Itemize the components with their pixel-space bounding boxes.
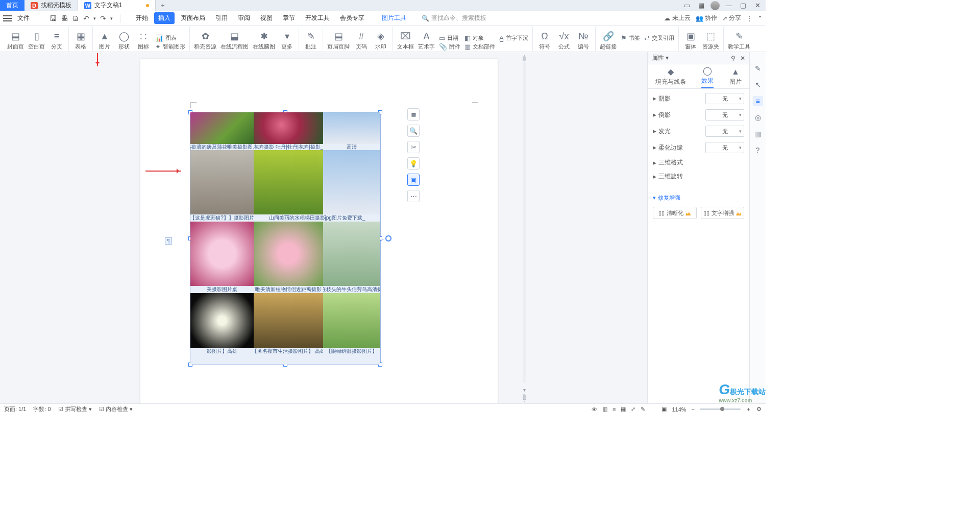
docpart-button[interactable]: ▥文档部件 xyxy=(464,43,495,51)
close-panel-icon[interactable]: ✕ xyxy=(740,55,745,62)
panel-tab-effect[interactable]: ◯效果 xyxy=(701,66,714,88)
zoom-in-button[interactable]: ＋ xyxy=(746,405,751,413)
undo-icon[interactable]: ↶ xyxy=(83,14,89,22)
document-canvas[interactable]: ¶ 热欲滴的唐菖蒲花唯美摄影图片 xyxy=(0,52,647,403)
online-flowchart-button[interactable]: ⬓在线流程图 xyxy=(220,31,249,51)
3d-format-section[interactable]: ▶三维格式 xyxy=(653,158,683,167)
next-page-icon[interactable]: ▿ xyxy=(522,397,527,402)
view-web-icon[interactable]: ≡ xyxy=(612,406,616,413)
sharpen-button[interactable]: ▯▯清晰化 xyxy=(653,207,697,219)
user-avatar[interactable] xyxy=(710,1,720,10)
tab-picture-tools[interactable]: 图片工具 xyxy=(378,12,410,24)
shadow-section[interactable]: ▶阴影 xyxy=(653,94,671,103)
hyperlink-button[interactable]: 🔗超链接 xyxy=(600,31,617,51)
softedge-section[interactable]: ▶柔化边缘 xyxy=(653,143,683,152)
attachment-button[interactable]: 📎附件 xyxy=(439,43,460,51)
online-mindmap-button[interactable]: ✱在线脑图 xyxy=(253,31,275,51)
fit-page-icon[interactable]: ▣ xyxy=(662,406,667,413)
selected-image[interactable]: 热欲滴的唐菖蒲花唯美摄影图片 花卉摄影 牡丹|牡丹|花卉|摄影_ 高清 【【这是… xyxy=(190,112,380,365)
tab-start[interactable]: 开始 xyxy=(132,12,152,24)
number-button[interactable]: №编号 xyxy=(576,31,591,51)
tab-insert[interactable]: 插入 xyxy=(154,12,175,24)
reading-mode-icon[interactable]: 👁 xyxy=(592,406,597,413)
file-menu[interactable]: 文件 xyxy=(17,14,30,22)
rail-help-icon[interactable]: ? xyxy=(753,145,763,155)
comment-button[interactable]: ✎批注 xyxy=(303,31,318,51)
undo-dropdown-icon[interactable]: ▾ xyxy=(93,16,96,21)
equation-button[interactable]: √x公式 xyxy=(556,31,572,51)
spellcheck-toggle[interactable]: ☑拼写检查 ▾ xyxy=(58,405,92,413)
form-button[interactable]: ▣窗体 xyxy=(683,31,698,51)
more-options-button[interactable]: ⋯ xyxy=(407,190,420,202)
rail-properties-icon[interactable]: ≡ xyxy=(753,96,763,106)
shape-button[interactable]: ◯形状 xyxy=(116,31,132,51)
view-fullscreen-icon[interactable]: ⤢ xyxy=(631,406,635,413)
shadow-dropdown[interactable]: 无 xyxy=(705,93,744,104)
glow-section[interactable]: ▶发光 xyxy=(653,127,671,136)
symbol-button[interactable]: Ω符号 xyxy=(537,31,552,51)
enhance-section[interactable]: ▾修复增强 xyxy=(653,194,744,202)
share-button[interactable]: ↗分享 xyxy=(722,14,741,22)
wordart-button[interactable]: A艺术字 xyxy=(418,31,435,51)
search-box[interactable]: 🔍 查找命令、搜索模板 xyxy=(422,14,486,22)
page-indicator[interactable]: 页面: 1/1 xyxy=(4,405,26,413)
pin-panel-icon[interactable]: ⚲ xyxy=(731,55,736,62)
tab-references[interactable]: 引用 xyxy=(211,12,232,24)
teaching-tools-button[interactable]: ✎教学工具 xyxy=(728,31,750,51)
paragraph-anchor-icon[interactable]: ¶ xyxy=(165,237,172,245)
save-icon[interactable]: 🖫 xyxy=(50,14,57,22)
rail-select-icon[interactable]: ↖ xyxy=(753,80,763,90)
new-tab-button[interactable]: ＋ xyxy=(156,0,170,11)
tab-dev[interactable]: 开发工具 xyxy=(301,12,334,24)
icon-button[interactable]: ⸬图标 xyxy=(136,31,151,51)
text-enhance-button[interactable]: ▯▯文字增强 xyxy=(701,207,745,219)
contentcheck-toggle[interactable]: ☑内容检查 ▾ xyxy=(99,405,133,413)
header-footer-button[interactable]: ▤页眉页脚 xyxy=(327,31,350,51)
softedge-dropdown[interactable]: 无 xyxy=(705,142,744,153)
panel-tab-fill[interactable]: ◆填充与线条 xyxy=(655,67,686,88)
watermark-button[interactable]: ◈水印 xyxy=(373,31,388,51)
word-count[interactable]: 字数: 0 xyxy=(33,405,51,413)
glow-dropdown[interactable]: 无 xyxy=(705,126,744,137)
apps-grid-icon[interactable]: ▦ xyxy=(696,1,706,11)
dropcap-button[interactable]: A̲首字下沉 xyxy=(499,34,528,42)
zoom-out-button[interactable]: − xyxy=(692,406,695,413)
zoom-button[interactable]: 🔍 xyxy=(407,125,420,137)
settings-corner-icon[interactable]: ⚙ xyxy=(756,406,762,413)
reflection-section[interactable]: ▶倒影 xyxy=(653,111,671,119)
focus-mode-icon[interactable]: ✎ xyxy=(641,406,645,413)
image-properties-button[interactable]: ▣ xyxy=(407,174,420,186)
tab-chapter[interactable]: 章节 xyxy=(279,12,299,24)
layout-toggle-icon[interactable]: ▭ xyxy=(682,1,692,11)
reflection-dropdown[interactable]: 无 xyxy=(705,109,744,120)
scroll-down-icon[interactable]: ▾ xyxy=(522,387,527,392)
redo-dropdown-icon[interactable]: ▾ xyxy=(110,16,113,21)
object-button[interactable]: ◧对象 xyxy=(464,34,495,42)
panel-tab-picture[interactable]: ▲图片 xyxy=(729,67,742,88)
close-button[interactable]: ✕ xyxy=(752,1,763,11)
crop-button[interactable]: ✂ xyxy=(407,141,420,153)
maximize-button[interactable]: ▢ xyxy=(738,1,748,11)
table-button[interactable]: ▦表格 xyxy=(73,31,88,51)
print-preview-icon[interactable]: 🗎 xyxy=(72,14,79,22)
page-break-button[interactable]: ≡分页 xyxy=(49,31,64,51)
redo-icon[interactable]: ↷ xyxy=(100,14,106,22)
zoom-level[interactable]: 114% xyxy=(672,406,686,413)
tab-view[interactable]: 视图 xyxy=(256,12,277,24)
smartart-button[interactable]: ✦智能图形 xyxy=(155,43,185,51)
wrap-text-button[interactable]: ≣ xyxy=(407,108,420,120)
collab-button[interactable]: 👥协作 xyxy=(696,14,717,22)
view-print-icon[interactable]: ▥ xyxy=(602,406,607,413)
vertical-scrollbar[interactable]: ▴ ▾ ▿ xyxy=(522,52,527,403)
tab-templates[interactable]: D 找稻壳模板 xyxy=(24,0,78,11)
view-outline-icon[interactable]: ▦ xyxy=(621,406,626,413)
chart-button[interactable]: 📊图表 xyxy=(155,34,185,42)
rail-style-icon[interactable]: ✎ xyxy=(753,63,763,74)
rail-docs-icon[interactable]: ▥ xyxy=(753,129,763,139)
image-button[interactable]: ▲图片 xyxy=(97,31,112,51)
docer-resource-button[interactable]: ✿稻壳资源 xyxy=(194,31,216,51)
resource-pane-button[interactable]: ⬚资源夹 xyxy=(702,31,719,51)
print-icon[interactable]: 🖶 xyxy=(61,14,68,22)
cloud-status[interactable]: ☁未上云 xyxy=(664,14,691,22)
tab-home[interactable]: 首页 xyxy=(0,0,24,11)
